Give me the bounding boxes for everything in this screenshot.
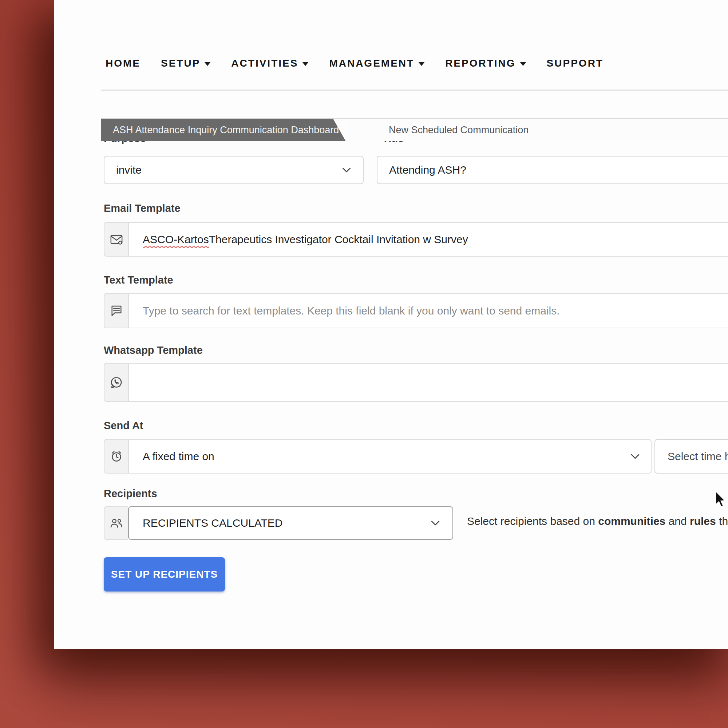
email-template-field[interactable]: ASCO-Kartos Therapeutics Investigator Co… — [104, 222, 728, 257]
nav-item-home[interactable]: HOME — [106, 58, 141, 69]
whatsapp-template-field[interactable] — [104, 363, 728, 402]
send-time-placeholder: Select time he — [668, 450, 728, 463]
top-nav: HOME SETUP ACTIVITIES MANAGEMENT REPORTI… — [106, 58, 604, 69]
app-window: HOME SETUP ACTIVITIES MANAGEMENT REPORTI… — [54, 0, 728, 649]
nav-item-setup[interactable]: SETUP — [161, 58, 211, 69]
chevron-down-icon — [431, 520, 440, 526]
nav-item-home-label: HOME — [106, 58, 141, 69]
sms-message-icon — [104, 293, 128, 328]
nav-item-activities-label: ACTIVITIES — [231, 58, 298, 69]
nav-item-setup-label: SETUP — [161, 58, 200, 69]
whatsapp-template-value — [128, 363, 728, 402]
nav-divider — [101, 90, 728, 91]
send-at-select[interactable]: A fixed time on — [104, 439, 652, 474]
title-input[interactable]: Attending ASH? — [377, 156, 728, 184]
recipients-helper-middle: and — [665, 515, 690, 527]
email-template-value-flagged: ASCO-Kartos — [143, 233, 209, 246]
recipients-helper-suffix: that — [716, 515, 728, 527]
set-up-recipients-button[interactable]: SET UP RECIPIENTS — [104, 557, 225, 592]
tab-bar: ASH Attendance Inquiry Communication Das… — [101, 118, 728, 141]
email-template-value: ASCO-Kartos Therapeutics Investigator Co… — [128, 222, 728, 257]
send-time-input[interactable]: Select time he — [655, 439, 728, 474]
chevron-down-icon — [630, 454, 640, 459]
recipients-helper-rules: rules — [690, 515, 716, 527]
envelope-icon — [104, 222, 128, 257]
title-value: Attending ASH? — [389, 164, 466, 176]
chevron-down-icon — [520, 62, 526, 66]
recipients-helper-communities: communities — [598, 515, 665, 527]
users-icon — [104, 506, 128, 540]
purpose-select[interactable]: invite — [104, 156, 364, 184]
nav-item-management[interactable]: MANAGEMENT — [329, 58, 425, 69]
chevron-down-icon — [204, 62, 211, 66]
whatsapp-icon — [104, 363, 128, 402]
email-template-value-rest: Therapeutics Investigator Cocktail Invit… — [209, 233, 468, 246]
tab-dashboard[interactable]: ASH Attendance Inquiry Communication Das… — [101, 119, 346, 141]
recipients-helper-prefix: Select recipients based on — [467, 515, 598, 527]
mouse-cursor-icon — [714, 491, 728, 509]
recipients-helper-text: Select recipients based on communities a… — [467, 515, 728, 528]
text-template-label: Text Template — [104, 274, 173, 286]
nav-item-support[interactable]: SUPPORT — [547, 58, 604, 69]
tab-new-scheduled-communication-label: New Scheduled Communication — [389, 124, 529, 136]
nav-item-reporting-label: REPORTING — [445, 58, 515, 69]
text-template-field[interactable]: Type to search for text templates. Keep … — [104, 293, 728, 328]
recipients-value: RECIPIENTS CALCULATED — [143, 517, 283, 529]
send-at-value: A fixed time on — [143, 450, 214, 463]
set-up-recipients-label: SET UP RECIPIENTS — [111, 569, 218, 580]
nav-item-activities[interactable]: ACTIVITIES — [231, 58, 309, 69]
recipients-label: Recipients — [104, 488, 157, 500]
purpose-value: invite — [116, 164, 142, 176]
tab-new-scheduled-communication[interactable]: New Scheduled Communication — [346, 119, 728, 141]
tab-dashboard-label: ASH Attendance Inquiry Communication Das… — [113, 124, 339, 136]
whatsapp-template-label: Whatsapp Template — [104, 344, 203, 356]
text-template-placeholder: Type to search for text templates. Keep … — [143, 305, 560, 317]
alarm-clock-icon — [104, 439, 128, 474]
chevron-down-icon — [342, 167, 351, 173]
chevron-down-icon — [302, 62, 309, 66]
nav-item-management-label: MANAGEMENT — [329, 58, 414, 69]
nav-item-support-label: SUPPORT — [547, 58, 604, 69]
send-at-label: Send At — [104, 420, 143, 432]
email-template-label: Email Template — [104, 202, 180, 214]
chevron-down-icon — [418, 62, 425, 66]
recipients-select[interactable]: RECIPIENTS CALCULATED — [104, 506, 453, 540]
nav-item-reporting[interactable]: REPORTING — [445, 58, 526, 69]
